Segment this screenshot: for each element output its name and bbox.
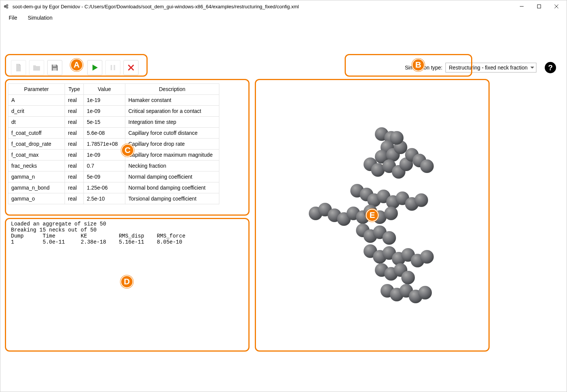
col-parameter: Parameter [8,84,65,95]
table-row[interactable]: dtreal5e-15Integration time step [8,117,219,128]
cell-type[interactable]: real [65,139,84,150]
cell-type[interactable]: real [65,106,84,117]
menu-simulation[interactable]: Simulation [23,13,58,22]
badge-d: D [120,275,133,288]
table-header-row: Parameter Type Value Description [8,84,219,95]
titlebar: soot-dem-gui by Egor Demidov - C:/Users/… [0,0,567,12]
cell-type[interactable]: real [65,161,84,171]
table-row[interactable]: gamma_nreal5e-09Normal damping coefficie… [8,171,219,182]
maximize-button[interactable] [530,0,548,12]
cell-type[interactable]: real [65,117,84,128]
cell-type[interactable]: real [65,171,84,182]
cell-description[interactable]: Normal bond damping coefficient [125,182,219,193]
svg-rect-8 [53,68,57,71]
cell-parameter[interactable]: frac_necks [8,161,65,171]
cell-parameter[interactable]: dt [8,117,65,128]
col-value: Value [84,84,125,95]
cell-description[interactable]: Hamaker constant [125,95,219,106]
cell-type[interactable]: real [65,95,84,106]
svg-point-99 [420,250,434,264]
badge-a: A [70,59,83,71]
table-row[interactable]: frac_necksreal0.7Necking fraction [8,161,219,171]
close-button[interactable] [548,0,565,12]
svg-point-71 [420,159,434,173]
cell-description[interactable]: Capillary force cutoff distance [125,128,219,139]
cell-parameter[interactable]: gamma_n [8,171,65,182]
svg-rect-7 [53,65,56,66]
window-controls [513,0,565,12]
badge-b: B [412,59,425,71]
cell-type[interactable]: real [65,128,84,139]
window-title: soot-dem-gui by Egor Demidov - C:/Users/… [12,4,513,9]
simulation-type-select[interactable]: Restructuring - fixed neck fraction [445,63,536,73]
cell-description[interactable]: Critical separation for a contact [125,106,219,117]
table-row[interactable]: gamma_oreal2.5e-10Torsional damping coef… [8,193,219,204]
cell-value[interactable]: 1.25e-06 [84,182,125,193]
cell-type[interactable]: real [65,150,84,161]
badge-e: E [366,209,379,222]
pause-button[interactable] [105,60,120,75]
svg-point-108 [418,286,432,299]
svg-point-79 [414,193,428,207]
minimize-button[interactable] [513,0,530,12]
col-description: Description [125,84,219,95]
stop-button[interactable] [123,60,139,75]
cell-value[interactable]: 2.5e-10 [84,193,125,204]
cell-value[interactable]: 5e-09 [84,171,125,182]
svg-point-103 [401,271,415,284]
svg-point-88 [384,207,398,220]
new-file-button[interactable] [11,60,26,75]
table-row[interactable]: f_coat_cutoffreal5.6e-08Capillary force … [8,128,219,139]
cell-value[interactable]: 0.7 [84,161,125,171]
cell-parameter[interactable]: gamma_o [8,193,65,204]
cell-parameter[interactable]: f_coat_cutoff [8,128,65,139]
app-icon [3,3,9,9]
cell-description[interactable]: Integration time step [125,117,219,128]
svg-rect-10 [114,65,115,70]
cell-parameter[interactable]: d_crit [8,106,65,117]
cell-description[interactable]: Torsional damping coefficient [125,193,219,204]
content-area: Simulation type: Restructuring - fixed n… [0,23,567,392]
menu-file[interactable]: File [3,13,23,22]
cell-description[interactable]: Capillary force drop rate [125,139,219,150]
cell-value[interactable]: 1e-09 [84,106,125,117]
svg-point-2 [6,6,8,9]
menubar: File Simulation [0,12,567,23]
cell-type[interactable]: real [65,193,84,204]
cell-parameter[interactable]: gamma_n_bond [8,182,65,193]
parameter-table[interactable]: Parameter Type Value Description Areal1e… [8,83,219,204]
play-button[interactable] [87,60,102,75]
save-button[interactable] [47,60,62,75]
table-row[interactable]: f_coat_maxreal1e-09Capillary force maxim… [8,150,219,161]
svg-point-63 [390,131,404,145]
table-row[interactable]: f_coat_drop_ratereal1.78571e+08Capillary… [8,139,219,150]
table-row[interactable]: d_critreal1e-09Critical separation for a… [8,106,219,117]
table-row[interactable]: gamma_n_bondreal1.25e-06Normal bond damp… [8,182,219,193]
badge-c: C [121,144,134,157]
cell-description[interactable]: Capillary force maximum magnitude [125,150,219,161]
cell-description[interactable]: Normal damping coefficient [125,171,219,182]
cell-value[interactable]: 5.6e-08 [84,128,125,139]
col-type: Type [65,84,84,95]
toolbar: Simulation type: Restructuring - fixed n… [11,56,556,79]
cell-parameter[interactable]: f_coat_drop_rate [8,139,65,150]
cell-value[interactable]: 1e-19 [84,95,125,106]
svg-point-1 [6,4,8,6]
cell-type[interactable]: real [65,182,84,193]
cell-value[interactable]: 1e-09 [84,150,125,161]
open-folder-button[interactable] [29,60,44,75]
cell-description[interactable]: Necking fraction [125,161,219,171]
svg-rect-9 [111,65,112,70]
cell-parameter[interactable]: A [8,95,65,106]
help-button[interactable]: ? [545,62,556,73]
table-row[interactable]: Areal1e-19Hamaker constant [8,95,219,106]
svg-rect-4 [538,5,541,8]
cell-parameter[interactable]: f_coat_max [8,150,65,161]
svg-point-92 [382,231,396,245]
cell-value[interactable]: 1.78571e+08 [84,139,125,150]
cell-value[interactable]: 5e-15 [84,117,125,128]
